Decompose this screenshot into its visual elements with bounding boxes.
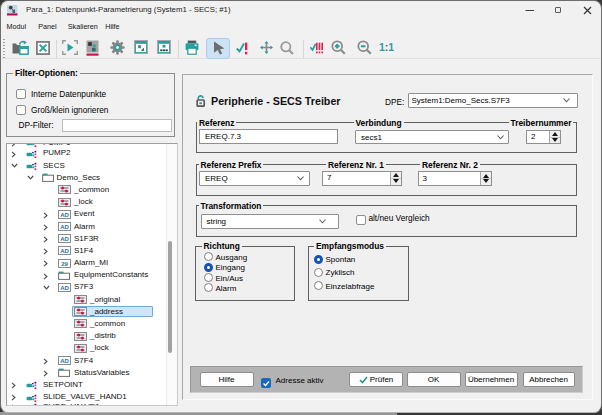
svg-text:29: 29 [61, 260, 68, 266]
svg-text:AD: AD [60, 285, 69, 291]
svg-text:AD: AD [60, 248, 69, 254]
svg-text:AD: AD [60, 358, 69, 364]
svg-text:AD: AD [60, 224, 69, 230]
svg-text:AD: AD [60, 212, 69, 218]
svg-text:AD: AD [60, 236, 69, 242]
